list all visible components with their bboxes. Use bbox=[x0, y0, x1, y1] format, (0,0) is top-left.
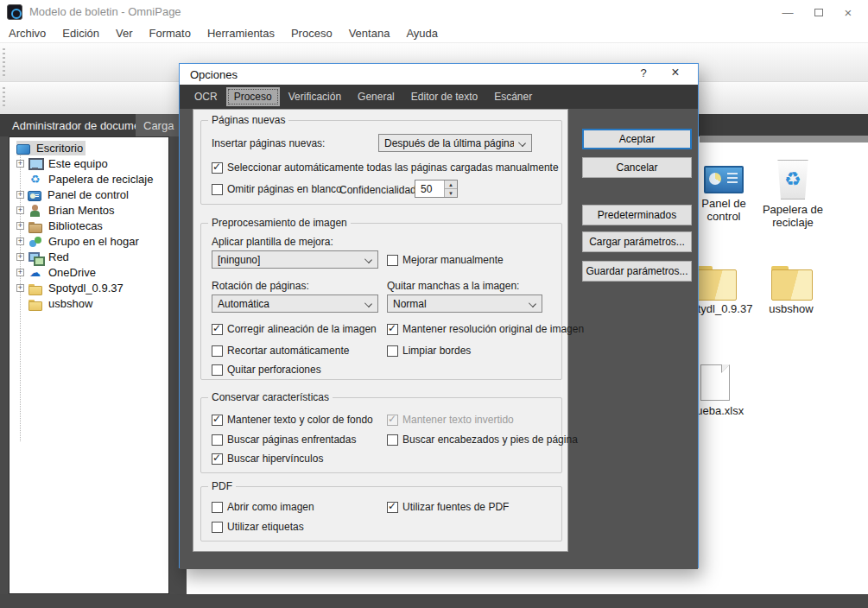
tab-proceso[interactable]: Proceso bbox=[226, 87, 280, 106]
tree-item-este-equipo[interactable]: Este equipo bbox=[10, 156, 168, 171]
recycle-bin-icon: ♻ bbox=[776, 160, 810, 200]
tree-item-grupo-hogar[interactable]: Grupo en el hogar bbox=[10, 234, 168, 249]
tree-item-papelera[interactable]: ♻ Papelera de reciclaje bbox=[10, 172, 168, 187]
expand-icon[interactable] bbox=[16, 206, 24, 214]
expand-icon[interactable] bbox=[16, 222, 24, 230]
tab-verificacion[interactable]: Verificación bbox=[281, 87, 349, 106]
dialog-close-button[interactable]: × bbox=[665, 65, 686, 83]
maximize-button[interactable] bbox=[804, 0, 833, 24]
control-panel-icon bbox=[704, 166, 744, 193]
guardar-parametros-button[interactable]: Guardar parámetros... bbox=[582, 261, 692, 282]
checkbox-hyperlinks[interactable]: Buscar hipervínculos bbox=[212, 452, 323, 466]
template-select[interactable]: [ninguno] bbox=[212, 250, 378, 269]
tab-ocr[interactable]: OCR bbox=[187, 87, 225, 106]
tree-item-label: Escritorio bbox=[34, 141, 86, 155]
menu-archivo[interactable]: Archivo bbox=[9, 27, 46, 40]
recycle-icon: ♻ bbox=[784, 168, 801, 191]
tree-item-red[interactable]: Red bbox=[10, 250, 168, 264]
tree-item-spotydl[interactable]: Spotydl_0.9.37 bbox=[10, 281, 168, 295]
toolbar-grip-2[interactable] bbox=[3, 87, 5, 109]
dialog-title: Opciones bbox=[190, 68, 238, 81]
libraries-icon bbox=[28, 219, 42, 233]
checkbox-autocrop[interactable]: Recortar automáticamente bbox=[212, 344, 349, 358]
tree-item-panel-de-control[interactable]: Panel de control bbox=[10, 187, 168, 202]
menu-ver[interactable]: Ver bbox=[116, 27, 133, 40]
expand-icon[interactable] bbox=[16, 238, 24, 245]
checkbox-box bbox=[212, 415, 223, 426]
expand-icon[interactable] bbox=[16, 191, 24, 199]
checkbox-keep-text-bg[interactable]: Mantener texto y color de fondo bbox=[212, 413, 373, 427]
checkbox-headers-footers[interactable]: Buscar encabezados y pies de página bbox=[387, 433, 578, 446]
spinner-down-button[interactable]: ▼ bbox=[445, 189, 457, 197]
checkbox-use-tags[interactable]: Utilizar etiquetas bbox=[212, 520, 304, 534]
checkbox-use-pdf-fonts[interactable]: Utilizar fuentes de PDF bbox=[387, 500, 509, 514]
tree-item-label: Brian Mentos bbox=[46, 203, 117, 218]
menu-edicion[interactable]: Edición bbox=[62, 27, 99, 40]
tab-editor-de-texto[interactable]: Editor de texto bbox=[403, 87, 485, 106]
checkbox-keep-resolution[interactable]: Mantener resolución original de imagen bbox=[387, 322, 584, 336]
desktop-icon-papelera[interactable]: ♻ Papelera de reciclaje bbox=[755, 160, 831, 229]
tree-item-label: Red bbox=[46, 250, 72, 264]
despeckle-select[interactable]: Normal bbox=[387, 294, 542, 313]
checkbox-skip-blank-pages[interactable]: Omitir páginas en blanco bbox=[212, 182, 342, 196]
tree-item-onedrive[interactable]: ☁ OneDrive bbox=[10, 265, 168, 280]
group-preprocesamiento: Preprocesamiento de imagen Aplicar plant… bbox=[200, 223, 562, 380]
desktop-icon-usbshow[interactable]: usbshow bbox=[753, 266, 829, 315]
close-button[interactable]: × bbox=[833, 0, 863, 24]
rotation-label: Rotación de páginas: bbox=[212, 280, 309, 292]
menu-formato[interactable]: Formato bbox=[149, 27, 191, 40]
cargar-parametros-button[interactable]: Cargar parámetros... bbox=[582, 231, 692, 252]
predeterminados-button[interactable]: Predeterminados bbox=[582, 205, 692, 225]
menu-ayuda[interactable]: Ayuda bbox=[406, 27, 438, 40]
checkbox-box bbox=[212, 324, 223, 335]
checkbox-remove-punch-holes[interactable]: Quitar perforaciones bbox=[212, 363, 321, 377]
checkbox-box bbox=[212, 162, 223, 174]
chevron-down-icon bbox=[364, 300, 372, 307]
computer-icon bbox=[28, 157, 42, 171]
menu-herramientas[interactable]: Herramientas bbox=[207, 27, 275, 40]
expand-icon[interactable] bbox=[16, 269, 24, 276]
menu-ventana[interactable]: Ventana bbox=[349, 27, 390, 40]
checkbox-box bbox=[212, 434, 223, 446]
status-bar bbox=[0, 594, 868, 608]
tab-general[interactable]: General bbox=[350, 87, 402, 106]
tab-escaner[interactable]: Escáner bbox=[486, 87, 540, 106]
checkbox-deskew[interactable]: Corregir alineación de la imagen bbox=[212, 322, 377, 336]
tree-item-bibliotecas[interactable]: Bibliotecas bbox=[10, 218, 168, 233]
aceptar-button[interactable]: Aceptar bbox=[582, 129, 692, 149]
checkbox-box bbox=[387, 434, 398, 446]
toolbar-grip[interactable] bbox=[3, 48, 5, 76]
checkbox-open-as-image[interactable]: Abrir como imagen bbox=[212, 500, 314, 514]
dialog-help-button[interactable]: ? bbox=[634, 66, 653, 82]
checkbox-box bbox=[387, 502, 398, 513]
insert-pages-select[interactable]: Después de la última página bbox=[378, 134, 532, 152]
expand-icon[interactable] bbox=[16, 160, 24, 168]
dialog-tab-strip: OCR Proceso Verificación General Editor … bbox=[180, 85, 698, 109]
options-dialog: Opciones ? × OCR Proceso Verificación Ge… bbox=[179, 63, 699, 568]
menu-proceso[interactable]: Proceso bbox=[291, 27, 333, 40]
minimize-button[interactable]: — bbox=[773, 0, 802, 24]
checkbox-facing-pages[interactable]: Buscar páginas enfrentadas bbox=[212, 433, 356, 446]
tree-item-escritorio[interactable]: Escritorio bbox=[10, 141, 168, 155]
homegroup-icon bbox=[28, 235, 42, 249]
cancelar-button[interactable]: Cancelar bbox=[582, 157, 692, 178]
network-icon bbox=[28, 250, 42, 264]
tree-item-label: OneDrive bbox=[46, 265, 98, 280]
tree-item-brian-mentos[interactable]: Brian Mentos bbox=[10, 203, 168, 218]
group-title: Conservar características bbox=[208, 391, 333, 403]
tree-item-usbshow[interactable]: usbshow bbox=[10, 296, 168, 311]
checkbox-auto-select-pages[interactable]: Seleccionar automáticamente todas las pá… bbox=[212, 161, 559, 174]
spinner-up-button[interactable]: ▲ bbox=[445, 180, 457, 189]
tree-item-label: usbshow bbox=[46, 296, 95, 311]
tree-item-label: Grupo en el hogar bbox=[46, 234, 142, 249]
checkbox-clean-borders[interactable]: Limpiar bordes bbox=[387, 344, 471, 358]
horizontal-scrollbar[interactable] bbox=[700, 136, 868, 142]
checkbox-enhance-manually[interactable]: Mejorar manualmente bbox=[387, 253, 504, 267]
dialog-content-panel: Páginas nuevas Insertar páginas nuevas: … bbox=[193, 109, 568, 552]
confidence-spinner[interactable]: 50 ▲ ▼ bbox=[415, 180, 458, 198]
rotation-select[interactable]: Automática bbox=[212, 294, 378, 313]
group-title: PDF bbox=[208, 480, 236, 492]
menu-bar: Archivo Edición Ver Formato Herramientas… bbox=[0, 24, 868, 43]
expand-icon[interactable] bbox=[16, 253, 24, 261]
expand-icon[interactable] bbox=[16, 284, 24, 292]
